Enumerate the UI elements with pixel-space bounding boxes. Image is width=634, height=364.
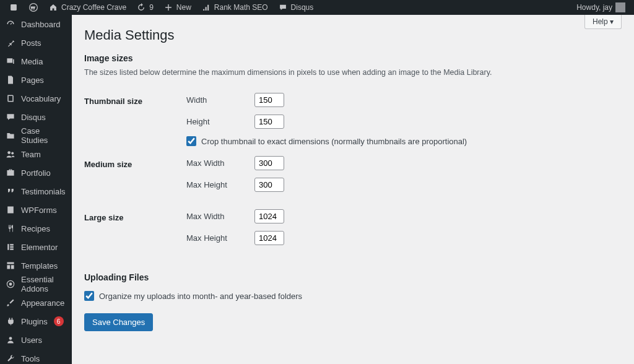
sidebar-item-label: Plugins — [21, 317, 48, 326]
folder-icon — [5, 130, 16, 141]
howdy-label: Howdy, jay — [576, 3, 612, 12]
sidebar-item-case-studies[interactable]: Case Studies — [0, 126, 72, 145]
sidebar-item-label: Users — [21, 336, 42, 345]
new-content-link[interactable]: New — [158, 0, 196, 15]
page-icon — [5, 74, 16, 85]
profile-icon — [9, 2, 19, 12]
sidebar-item-testimonials[interactable]: Testimonials — [0, 182, 72, 201]
image-sizes-desc: The sizes listed below determine the max… — [84, 68, 622, 77]
sidebar-item-templates[interactable]: Templates — [0, 256, 72, 275]
thumbnail-crop-label: Crop thumbnail to exact dimensions (norm… — [201, 137, 467, 146]
content-area: Help ▾ Media Settings Image sizes The si… — [72, 15, 634, 364]
new-label: New — [176, 3, 191, 12]
sidebar-item-label: Templates — [21, 261, 58, 271]
large-maxw-label: Max Width — [186, 212, 254, 221]
thumbnail-heading: Thumbnail size — [84, 88, 186, 151]
sidebar-item-label: Dashboard — [21, 20, 61, 29]
medium-maxw-input[interactable] — [254, 156, 284, 170]
sidebar-item-media[interactable]: Media — [0, 52, 72, 71]
medium-maxh-input[interactable] — [254, 178, 284, 192]
quote-icon — [5, 186, 16, 197]
book-icon — [5, 93, 16, 104]
sidebar-item-vocabulary[interactable]: Vocabulary — [0, 89, 72, 108]
sidebar-item-tools[interactable]: Tools — [0, 349, 72, 364]
help-tab[interactable]: Help ▾ — [584, 15, 622, 29]
large-maxh-label: Max Height — [186, 233, 254, 243]
updates-link[interactable]: 9 — [131, 0, 158, 15]
site-name-link[interactable]: Crazy Coffee Crave — [43, 0, 131, 15]
svg-point-10 — [9, 337, 12, 340]
wp-logo-menu[interactable] — [24, 0, 43, 15]
save-button-label: Save Changes — [92, 318, 145, 327]
section-uploading: Uploading Files — [84, 272, 622, 282]
sidebar-item-label: Posts — [21, 38, 41, 48]
organize-uploads-checkbox[interactable] — [84, 291, 94, 301]
sidebar-item-pages[interactable]: Pages — [0, 71, 72, 89]
pin-icon — [5, 37, 16, 48]
recipe-icon — [5, 223, 16, 234]
sidebar-item-elementor[interactable]: Elementor — [0, 238, 72, 256]
sidebar-item-label: WPForms — [21, 206, 57, 215]
users-icon — [5, 149, 16, 160]
account-menu[interactable]: Howdy, jay — [571, 0, 630, 15]
thumbnail-width-label: Width — [186, 95, 254, 105]
svg-rect-0 — [11, 4, 17, 11]
medium-maxw-label: Max Width — [186, 158, 254, 168]
thumbnail-width-input[interactable] — [254, 93, 284, 107]
large-maxh-input[interactable] — [254, 231, 284, 245]
plugin-badge: 6 — [54, 316, 64, 326]
comment-icon — [278, 2, 288, 12]
sidebar-item-label: Case Studies — [21, 126, 67, 145]
large-heading: Large size — [84, 204, 186, 258]
elementor-icon — [5, 241, 16, 253]
wrench-icon — [5, 353, 16, 364]
admin-sidebar: Dashboard Posts Media Pages Vocabulary D… — [0, 15, 72, 364]
home-icon — [48, 2, 58, 12]
brush-icon — [5, 297, 16, 308]
sidebar-item-posts[interactable]: Posts — [0, 33, 72, 52]
sidebar-item-label: Testimonials — [21, 187, 66, 196]
sidebar-item-label: Portfolio — [21, 168, 51, 178]
organize-uploads-label: Organize my uploads into month- and year… — [99, 292, 302, 301]
sidebar-item-recipes[interactable]: Recipes — [0, 219, 72, 238]
save-button[interactable]: Save Changes — [84, 313, 153, 331]
profile-menu[interactable] — [4, 0, 24, 15]
wordpress-icon — [28, 2, 38, 12]
sidebar-item-wpforms[interactable]: WPForms — [0, 201, 72, 219]
rankmath-link[interactable]: Rank Math SEO — [196, 0, 273, 15]
section-image-sizes: Image sizes — [84, 53, 622, 63]
sidebar-item-users[interactable]: Users — [0, 331, 72, 349]
sidebar-item-appearance[interactable]: Appearance — [0, 293, 72, 312]
update-icon — [136, 2, 146, 12]
sidebar-item-label: Essential Addons — [21, 275, 67, 293]
large-maxw-input[interactable] — [254, 209, 284, 223]
sidebar-item-portfolio[interactable]: Portfolio — [0, 163, 72, 182]
help-label: Help ▾ — [593, 17, 614, 26]
comment-icon — [5, 111, 16, 123]
svg-rect-6 — [10, 246, 14, 248]
site-name-label: Crazy Coffee Crave — [61, 3, 126, 12]
settings-table: Thumbnail size Width Height Crop thumbna… — [84, 88, 622, 258]
sidebar-item-plugins[interactable]: Plugins 6 — [0, 312, 72, 331]
medium-maxh-label: Max Height — [186, 180, 254, 189]
addon-icon — [5, 279, 16, 290]
briefcase-icon — [5, 167, 16, 178]
plugin-icon — [5, 316, 16, 327]
sidebar-item-essential-addons[interactable]: Essential Addons — [0, 275, 72, 293]
form-icon — [5, 204, 16, 215]
thumbnail-crop-checkbox[interactable] — [186, 136, 196, 146]
sidebar-item-team[interactable]: Team — [0, 145, 72, 163]
sidebar-item-disqus[interactable]: Disqus — [0, 108, 72, 126]
sidebar-item-label: Team — [21, 150, 41, 159]
thumbnail-height-input[interactable] — [254, 115, 284, 129]
page-title: Media Settings — [84, 27, 622, 43]
template-icon — [5, 260, 16, 271]
media-icon — [5, 56, 16, 67]
avatar — [615, 2, 625, 12]
disqus-adminbar-link[interactable]: Disqus — [273, 0, 319, 15]
sidebar-item-dashboard[interactable]: Dashboard — [0, 15, 72, 33]
user-icon — [5, 334, 16, 345]
sidebar-item-label: Pages — [21, 76, 44, 85]
medium-heading: Medium size — [84, 151, 186, 204]
rankmath-label: Rank Math SEO — [214, 3, 268, 12]
